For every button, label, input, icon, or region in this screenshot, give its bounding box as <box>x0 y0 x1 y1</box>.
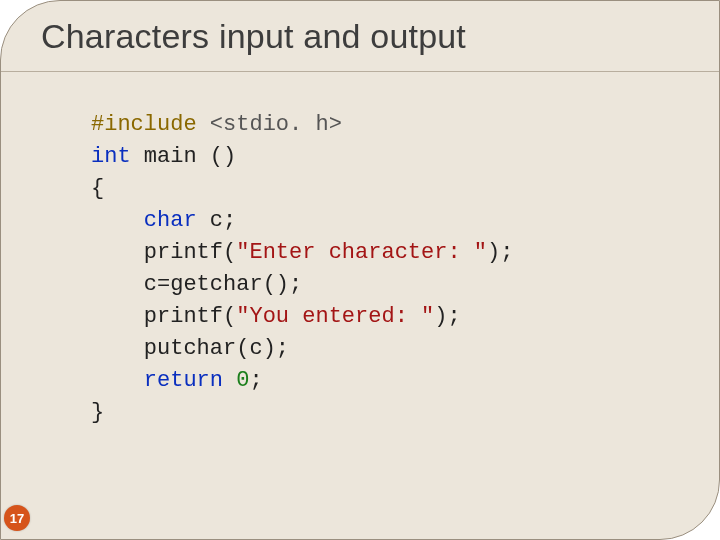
code-brace-open: { <box>91 176 104 201</box>
code-text <box>223 368 236 393</box>
code-text: main () <box>131 144 237 169</box>
code-string: "You entered: " <box>236 304 434 329</box>
code-keyword: char <box>144 208 197 233</box>
code-preprocessor: #include <box>91 112 210 137</box>
title-divider <box>1 71 719 72</box>
code-text: c=getchar(); <box>144 272 302 297</box>
code-keyword: return <box>144 368 223 393</box>
code-number: 0 <box>236 368 249 393</box>
code-text: c; <box>197 208 237 233</box>
code-fn: printf( <box>144 240 236 265</box>
code-text: ; <box>249 368 262 393</box>
slide-frame: Characters input and output #include <st… <box>0 0 720 540</box>
code-text: ); <box>434 304 460 329</box>
code-include-path: <stdio. h> <box>210 112 342 137</box>
slide-title: Characters input and output <box>41 17 466 56</box>
code-fn: printf( <box>144 304 236 329</box>
code-text: putchar(c); <box>144 336 289 361</box>
code-block: #include <stdio. h> int main () { char c… <box>91 109 513 429</box>
code-string: "Enter character: " <box>236 240 487 265</box>
code-text: ); <box>487 240 513 265</box>
code-brace-close: } <box>91 400 104 425</box>
slide-number-badge: 17 <box>4 505 30 531</box>
code-keyword: int <box>91 144 131 169</box>
